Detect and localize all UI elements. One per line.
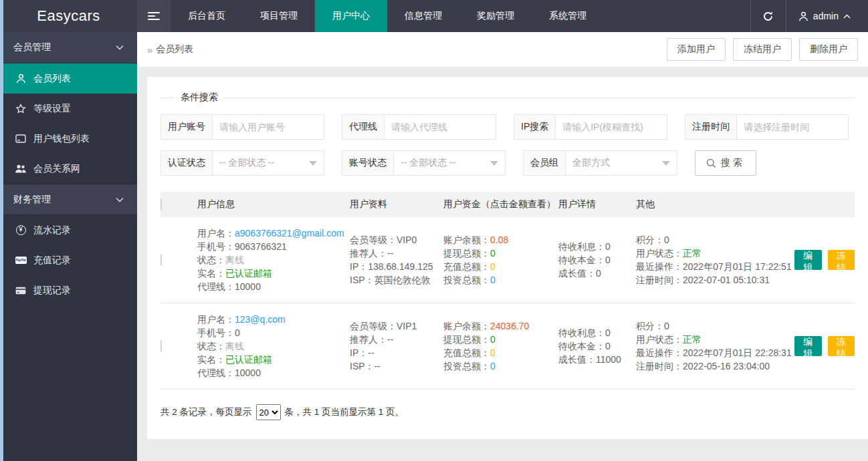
nav-item-user-center[interactable]: 用户中心: [315, 0, 387, 32]
edit-button[interactable]: 编辑: [794, 250, 822, 270]
page-size-select[interactable]: 20: [256, 404, 281, 420]
freeze-button[interactable]: 冻结: [828, 250, 855, 270]
add-user-button[interactable]: 添加用户: [667, 38, 726, 61]
regtime-field-group: 注册时间: [685, 114, 849, 140]
refresh-icon[interactable]: [750, 0, 786, 32]
brand-logo: Easycars: [0, 0, 137, 32]
member-group-label: 会员组: [523, 150, 565, 176]
delete-user-button[interactable]: 删除用户: [799, 38, 858, 61]
account-field-group: 用户账号: [160, 114, 324, 140]
sidebar-item-label: 会员关系网: [33, 163, 80, 175]
recharge-amount[interactable]: 0: [490, 261, 496, 272]
row-checkbox[interactable]: [160, 340, 162, 352]
sidebar-item-level-settings[interactable]: 等级设置: [0, 94, 137, 124]
card-icon: [15, 287, 27, 295]
sidebar-item-label: 等级设置: [33, 103, 71, 115]
col-user-profile: 用户资料: [350, 198, 443, 210]
nav-item-system[interactable]: 系统管理: [532, 0, 604, 32]
chevron-down-icon: [116, 45, 124, 50]
freeze-button[interactable]: 冻结: [828, 336, 855, 356]
auth-status-select[interactable]: -- 全部状态 --: [212, 150, 324, 176]
freeze-user-button[interactable]: 冻结用户: [733, 38, 792, 61]
pagination-suffix: 条，共 1 页当前显示第 1 页。: [285, 406, 405, 418]
row-checkbox[interactable]: [160, 254, 162, 266]
sidebar-group-members[interactable]: 会员管理: [0, 32, 137, 63]
breadcrumb-bar: » 会员列表 添加用户 冻结用户 删除用户: [137, 32, 868, 67]
account-status-select[interactable]: -- 全部状态 --: [393, 150, 506, 176]
search-icon: [706, 158, 716, 168]
online-status: 离线: [225, 341, 244, 351]
user-status: 正常: [683, 248, 701, 259]
invest-amount[interactable]: 0: [490, 275, 496, 285]
select-all-checkbox[interactable]: [160, 198, 162, 210]
sidebar-item-member-network[interactable]: 会员关系网: [0, 154, 137, 184]
withdraw-amount[interactable]: 0: [490, 334, 496, 345]
recharge-amount[interactable]: 0: [490, 347, 496, 358]
main-content: » 会员列表 添加用户 冻结用户 删除用户 条件搜索 用户账号 代理线 I: [137, 32, 868, 461]
username-link[interactable]: 123@q.com: [235, 314, 286, 325]
page-title: 会员列表: [156, 43, 193, 55]
realname-status: 已认证邮箱: [225, 268, 272, 279]
pagination-prefix: 共 2 条记录，每页显示: [160, 406, 252, 418]
sidebar-group-label: 财务管理: [13, 194, 51, 206]
sidebar-item-user-wallets[interactable]: 用户钱包列表: [0, 124, 137, 154]
balance-amount[interactable]: 0.08: [490, 235, 508, 245]
member-group-select[interactable]: 全部方式: [565, 150, 677, 176]
nav-item-rewards[interactable]: 奖励管理: [459, 0, 532, 32]
member-table: 用户信息 用户资料 用户资金（点击金额查看） 用户详情 其他 用户名：a9063…: [160, 192, 855, 390]
agent-input[interactable]: [384, 114, 496, 140]
account-status-label: 账号状态: [342, 150, 393, 176]
agent-field-group: 代理线: [342, 114, 496, 140]
top-navbar: Easycars 后台首页 项目管理 用户中心 信息管理 奖励管理 系统管理 a…: [0, 0, 868, 32]
online-status: 离线: [225, 255, 244, 265]
nav-item-projects[interactable]: 项目管理: [243, 0, 315, 32]
sidebar-item-member-list[interactable]: 会员列表: [0, 63, 137, 94]
col-user-details: 用户详情: [558, 198, 636, 210]
sidebar-item-label: 提现记录: [33, 285, 71, 297]
pagination: 共 2 条记录，每页显示 20 条，共 1 页当前显示第 1 页。: [160, 404, 855, 420]
auth-status-label: 认证状态: [160, 150, 212, 176]
caret-down-icon: [309, 161, 317, 166]
nav-item-home[interactable]: 后台首页: [171, 0, 243, 32]
table-row: 用户名：a9063766321@gmail.com 手机号：9063766321…: [160, 217, 855, 303]
user-menu[interactable]: admin: [786, 0, 868, 32]
auth-status-group: 认证状态 -- 全部状态 --: [160, 150, 324, 176]
sidebar-item-label: 用户钱包列表: [33, 133, 90, 145]
sidebar-collapse-icon[interactable]: [137, 0, 171, 32]
username-link[interactable]: a9063766321@gmail.com: [235, 228, 344, 239]
wallet-icon: [15, 134, 27, 143]
account-field-label: 用户账号: [160, 114, 212, 140]
search-legend: 条件搜索: [174, 92, 225, 104]
sidebar: 会员管理 会员列表 等级设置 用户钱包列表 会员关系网 财务管理 ¥: [0, 32, 137, 461]
search-fieldset: 条件搜索 用户账号 代理线 IP搜索 注册时间: [160, 92, 855, 176]
breadcrumb: » 会员列表: [147, 43, 193, 55]
chevron-down-icon: [116, 197, 124, 202]
account-input[interactable]: [212, 114, 324, 140]
member-list-card: 条件搜索 用户账号 代理线 IP搜索 注册时间: [147, 77, 868, 439]
sidebar-group-label: 会员管理: [13, 41, 51, 53]
user-icon: [798, 11, 808, 21]
table-row: 用户名：123@q.com 手机号：0 状态：离线 实名：已认证邮箱 代理线：1…: [160, 303, 855, 390]
realname-status: 已认证邮箱: [225, 354, 272, 365]
balance-amount[interactable]: 24036.70: [490, 321, 529, 331]
regtime-input[interactable]: [736, 114, 849, 140]
withdraw-amount[interactable]: 0: [490, 248, 496, 259]
ip-field-group: IP搜索: [514, 114, 667, 140]
caret-down-icon: [490, 161, 498, 166]
paypal-icon: PayPal: [15, 257, 27, 264]
edit-button[interactable]: 编辑: [794, 336, 822, 356]
sidebar-item-label: 流水记录: [33, 224, 71, 237]
ip-input[interactable]: [555, 114, 667, 140]
nav-item-info[interactable]: 信息管理: [387, 0, 459, 32]
sidebar-item-withdraw-records[interactable]: 提现记录: [0, 275, 137, 305]
sidebar-item-flow-records[interactable]: ¥ 流水记录: [0, 215, 137, 245]
sidebar-group-finance[interactable]: 财务管理: [0, 184, 137, 215]
col-user-info: 用户信息: [191, 198, 350, 210]
search-button-label: 搜索: [721, 157, 745, 169]
sidebar-item-recharge-records[interactable]: PayPal 充值记录: [0, 245, 137, 275]
left-edge-strip: [0, 0, 3, 461]
search-button[interactable]: 搜索: [695, 150, 756, 176]
invest-amount[interactable]: 0: [490, 361, 496, 371]
main-nav: 后台首页 项目管理 用户中心 信息管理 奖励管理 系统管理: [171, 0, 604, 32]
member-group-group: 会员组 全部方式: [523, 150, 677, 176]
